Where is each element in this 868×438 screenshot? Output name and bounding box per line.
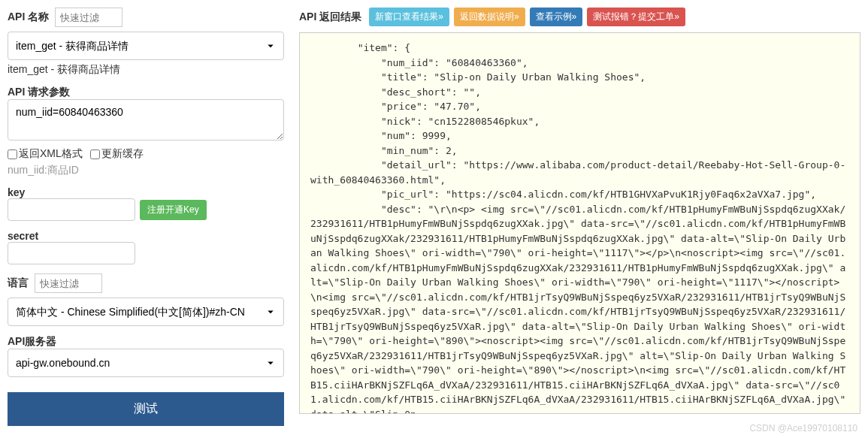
key-label: key [8, 186, 25, 198]
left-panel: API 名称 item_get - 获得商品详情 item_get - 获得商品… [8, 8, 284, 430]
new-window-button[interactable]: 新窗口查看结果» [369, 8, 449, 26]
lang-label: 语言 [8, 276, 29, 290]
server-label: API服务器 [8, 335, 56, 347]
api-params-textarea[interactable] [8, 99, 284, 140]
api-params-label: API 请求参数 [8, 86, 70, 98]
api-helper-text: item_get - 获得商品详情 [8, 63, 284, 77]
lang-select[interactable]: 简体中文 - Chinese Simplified(中文[简体])#zh-CN [8, 298, 284, 326]
params-hint: num_iid:商品ID [8, 164, 284, 177]
checkbox-cache[interactable] [90, 150, 100, 159]
example-button[interactable]: 查看示例» [530, 8, 583, 26]
right-panel: API 返回结果 新窗口查看结果» 返回数据说明» 查看示例» 测试报错？提交工… [299, 8, 860, 430]
watermark: CSDN @Ace19970108110 [749, 423, 857, 433]
result-title: API 返回结果 [299, 11, 361, 24]
key-input[interactable] [8, 198, 135, 221]
report-button[interactable]: 测试报错？提交工单» [587, 8, 685, 26]
api-select[interactable]: item_get - 获得商品详情 [8, 32, 284, 60]
test-button[interactable]: 测试 [8, 392, 284, 426]
lang-filter-input[interactable] [35, 273, 102, 293]
secret-input[interactable] [8, 242, 135, 264]
api-filter-input[interactable] [55, 8, 122, 27]
explain-button[interactable]: 返回数据说明» [454, 8, 525, 26]
server-select[interactable]: api-gw.onebound.cn [8, 349, 284, 377]
checkbox-xml[interactable] [8, 150, 17, 159]
register-key-button[interactable]: 注册开通Key [140, 200, 207, 220]
secret-label: secret [8, 230, 38, 242]
checkbox-cache-label[interactable]: 更新缓存 [90, 147, 144, 161]
api-name-label: API 名称 [8, 11, 49, 24]
checkbox-xml-label[interactable]: 返回XML格式 [8, 147, 83, 161]
result-box[interactable]: "item": { "num_iid": "60840463360", "tit… [299, 32, 860, 414]
